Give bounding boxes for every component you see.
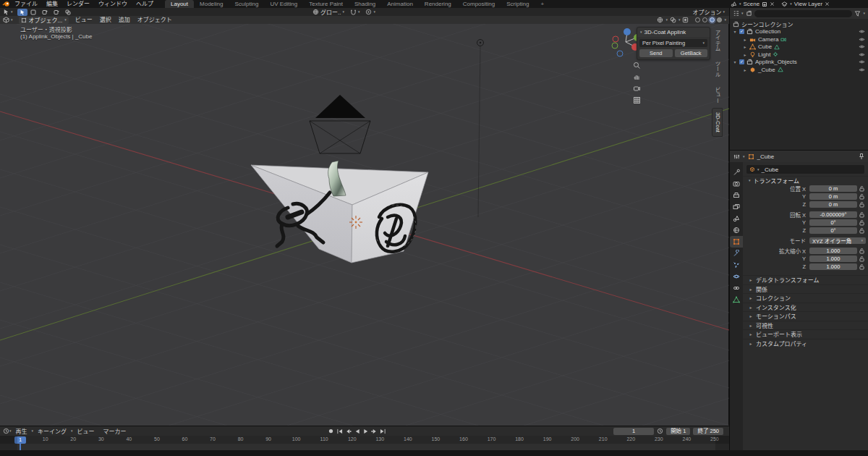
tab-sculpting[interactable]: Sculpting bbox=[229, 0, 265, 8]
getback-button[interactable]: GetBack bbox=[675, 49, 708, 57]
scale-y-field[interactable]: 1.000 bbox=[809, 256, 857, 263]
expand-caret[interactable]: ▾ bbox=[733, 59, 737, 64]
expand-caret[interactable]: ▸ bbox=[743, 67, 747, 72]
tab-scripting[interactable]: Scripting bbox=[501, 0, 535, 8]
lock-icon[interactable] bbox=[859, 248, 866, 255]
outliner-display-mode-icon[interactable] bbox=[746, 10, 752, 17]
properties-editor-icon[interactable] bbox=[733, 153, 740, 160]
select-mode-set-icon[interactable] bbox=[27, 8, 39, 16]
menu-file[interactable]: ファイル bbox=[10, 0, 42, 8]
outliner-row-light[interactable]: ▸ Light bbox=[733, 51, 868, 59]
scene-dropdown-caret[interactable]: ▾ bbox=[739, 2, 741, 6]
overlays-caret[interactable]: ▾ bbox=[678, 18, 681, 22]
section-motion-paths[interactable]: ▸モーションパス bbox=[743, 311, 868, 321]
expand-caret[interactable]: ▸ bbox=[743, 37, 747, 42]
collection-checkbox[interactable]: ✓ bbox=[739, 59, 744, 64]
tab-compositing[interactable]: Compositing bbox=[457, 0, 501, 8]
mode-dropdown[interactable]: オブジェク... ▾ bbox=[19, 17, 69, 24]
active-tool-dropdown[interactable]: ▾ bbox=[0, 8, 16, 16]
rotation-z-field[interactable]: 0° bbox=[809, 227, 857, 235]
remove-view-layer-icon[interactable] bbox=[825, 1, 830, 7]
play-button[interactable] bbox=[362, 427, 370, 435]
shading-solid-icon[interactable] bbox=[702, 17, 707, 22]
properties-tab-render[interactable] bbox=[730, 178, 743, 190]
prev-keyframe-button[interactable] bbox=[344, 427, 352, 435]
zoom-view-icon[interactable] bbox=[631, 60, 642, 70]
outliner-search-input[interactable] bbox=[754, 10, 853, 17]
rotation-y-field[interactable]: 0° bbox=[809, 219, 857, 227]
applink-mode-dropdown[interactable]: Per Pixel Painting ▾ bbox=[639, 39, 707, 47]
menu-view-timeline[interactable]: ビュー bbox=[73, 427, 99, 435]
filter-icon[interactable] bbox=[854, 10, 861, 17]
menu-keying[interactable]: キーイング bbox=[33, 427, 71, 435]
sidebar-tab-item[interactable]: アイテム bbox=[712, 25, 723, 56]
lock-icon[interactable] bbox=[859, 219, 866, 227]
transform-orientation-dropdown[interactable]: グロー.. ▾ bbox=[310, 8, 347, 16]
camera-object[interactable] bbox=[310, 95, 370, 153]
menu-marker[interactable]: マーカー bbox=[99, 427, 131, 435]
object-options-dropdown[interactable]: オプション ▾ bbox=[692, 8, 725, 16]
tab-rendering[interactable]: Rendering bbox=[419, 0, 457, 8]
rotation-x-field[interactable]: -0.000009° bbox=[809, 211, 857, 219]
menu-view[interactable]: ビュー bbox=[72, 16, 96, 24]
timeline-ruler[interactable]: 1020304050607080901001101201301401501601… bbox=[0, 436, 729, 444]
sidebar-tab-tool[interactable]: ツール bbox=[712, 56, 723, 82]
location-x-field[interactable]: 0 m bbox=[809, 185, 857, 193]
section-relations[interactable]: ▸関係 bbox=[743, 284, 868, 294]
hide-eye-icon[interactable] bbox=[859, 37, 865, 42]
snap-magnet-icon[interactable]: ▾ bbox=[347, 8, 363, 16]
frame-end-field[interactable]: 終了 250 bbox=[693, 428, 723, 435]
breadcrumb-object-label[interactable]: _Cube bbox=[757, 153, 775, 160]
properties-tab-constraints[interactable] bbox=[730, 282, 743, 294]
sidebar-tab-view[interactable]: ビュー bbox=[712, 83, 723, 108]
axis-y-neg-ball[interactable] bbox=[612, 43, 618, 48]
properties-tab-physics[interactable] bbox=[730, 271, 743, 282]
expand-caret[interactable]: ▸ bbox=[743, 44, 747, 49]
filter-caret[interactable]: ▾ bbox=[863, 12, 865, 15]
properties-tab-scene[interactable] bbox=[730, 213, 743, 224]
unlink-scene-icon[interactable] bbox=[770, 1, 775, 7]
view-layer-selector[interactable]: View Layer bbox=[794, 1, 822, 7]
outliner-editor-icon[interactable] bbox=[733, 10, 739, 17]
menu-help[interactable]: ヘルプ bbox=[132, 0, 158, 8]
show-gizmo-icon[interactable] bbox=[657, 17, 663, 23]
toggle-ortho-icon[interactable] bbox=[631, 95, 642, 105]
tab-uv-editing[interactable]: UV Editing bbox=[264, 0, 303, 8]
section-delta-transform[interactable]: ▸デルタトランスフォーム bbox=[743, 275, 868, 284]
proportional-editing-icon[interactable]: ▾ bbox=[362, 8, 378, 16]
lock-icon[interactable] bbox=[859, 185, 866, 193]
properties-tab-tool[interactable] bbox=[730, 166, 743, 178]
properties-editor-caret[interactable]: ▾ bbox=[743, 155, 745, 159]
menu-render[interactable]: レンダー bbox=[62, 0, 94, 8]
section-viewport-display[interactable]: ▸ビューポート表示 bbox=[743, 329, 868, 339]
section-instancing[interactable]: ▸インスタンス化 bbox=[743, 303, 868, 312]
outliner-row-scene-collection[interactable]: シーンコレクション bbox=[733, 20, 868, 28]
rotation-mode-dropdown[interactable]: XYZ オイラー角 ▾ bbox=[809, 237, 866, 245]
location-z-field[interactable]: 0 m bbox=[809, 201, 857, 208]
outliner-row-cube2[interactable]: ▸ _Cube bbox=[733, 66, 868, 74]
viewport-3d[interactable]: ユーザー・透視投影 (1) Applink_Objects | _Cube アイ… bbox=[0, 24, 729, 426]
properties-tab-world[interactable] bbox=[730, 224, 743, 236]
menu-select[interactable]: 選択 bbox=[96, 16, 115, 24]
light-object[interactable] bbox=[477, 40, 484, 218]
current-frame-field[interactable]: 1 bbox=[613, 428, 654, 435]
applink-panel-header[interactable]: ▾ 3D-Coat Applink bbox=[637, 28, 710, 37]
frustum-mesh-object[interactable] bbox=[251, 161, 428, 263]
section-custom-properties[interactable]: ▸カスタムプロパティ bbox=[743, 339, 868, 348]
properties-tab-view-layer[interactable] bbox=[730, 201, 743, 213]
frame-start-field[interactable]: 開始 1 bbox=[666, 428, 690, 435]
shading-wireframe-icon[interactable] bbox=[695, 17, 700, 22]
gizmo-caret[interactable]: ▾ bbox=[665, 18, 668, 22]
select-mode-invert-icon[interactable] bbox=[62, 8, 74, 16]
new-scene-icon[interactable] bbox=[762, 1, 767, 7]
tab-layout[interactable]: Layout bbox=[165, 0, 194, 8]
lock-icon[interactable] bbox=[859, 193, 866, 200]
menu-add[interactable]: 追加 bbox=[115, 16, 134, 24]
hide-eye-icon[interactable] bbox=[859, 44, 865, 49]
show-overlays-icon[interactable] bbox=[670, 17, 676, 23]
lock-icon[interactable] bbox=[859, 263, 866, 271]
section-visibility[interactable]: ▸可視性 bbox=[743, 321, 868, 330]
view-layer-caret[interactable]: ▾ bbox=[790, 2, 792, 6]
xray-toggle-icon[interactable] bbox=[682, 17, 689, 23]
hide-eye-icon[interactable] bbox=[859, 52, 865, 57]
